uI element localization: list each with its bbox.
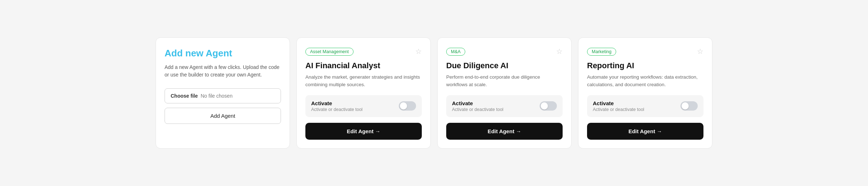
agent-card-title-financial-analyst: AI Financial Analyst <box>305 61 422 71</box>
add-agent-card: Add new Agent Add a new Agent with a few… <box>156 37 290 148</box>
toggle-thumb-due-diligence <box>541 102 548 110</box>
add-agent-title: Add new Agent <box>165 48 281 59</box>
activate-box-financial-analyst: Activate Activate or deactivate tool <box>305 95 422 117</box>
agent-card-desc-reporting-ai: Automate your reporting workflows: data … <box>587 74 703 89</box>
activate-text-block-due-diligence: Activate Activate or deactivate tool <box>452 100 503 112</box>
activate-toggle-financial-analyst[interactable] <box>399 101 416 111</box>
activate-box-due-diligence: Activate Activate or deactivate tool <box>446 95 563 117</box>
agent-card-due-diligence: M&A ☆ Due Diligence AI Perform end-to-en… <box>437 37 572 148</box>
star-icon-due-diligence[interactable]: ☆ <box>556 48 563 55</box>
activate-sub-due-diligence: Activate or deactivate tool <box>452 107 503 112</box>
activate-text-block-reporting-ai: Activate Activate or deactivate tool <box>593 100 644 112</box>
activate-sub-reporting-ai: Activate or deactivate tool <box>593 107 644 112</box>
category-badge-reporting-ai: Marketing <box>587 48 616 56</box>
star-icon-reporting-ai[interactable]: ☆ <box>697 48 703 55</box>
edit-agent-button-due-diligence[interactable]: Edit Agent → <box>446 123 563 140</box>
activate-box-reporting-ai: Activate Activate or deactivate tool <box>587 95 703 117</box>
category-badge-financial-analyst: Asset Management <box>305 48 354 56</box>
activate-label-due-diligence: Activate <box>452 100 503 106</box>
no-file-label: No file chosen <box>200 93 232 99</box>
toggle-track-financial-analyst <box>399 101 416 111</box>
agent-card-reporting-ai: Marketing ☆ Reporting AI Automate your r… <box>578 37 712 148</box>
activate-toggle-reporting-ai[interactable] <box>680 101 698 111</box>
activate-label-financial-analyst: Activate <box>311 100 363 106</box>
toggle-thumb-reporting-ai <box>682 102 689 110</box>
choose-file-label: Choose file <box>171 93 198 99</box>
agent-card-desc-financial-analyst: Analyze the market, generater strategies… <box>305 74 422 89</box>
activate-toggle-due-diligence[interactable] <box>540 101 557 111</box>
file-input-button[interactable]: Choose file No file chosen <box>165 88 281 103</box>
edit-agent-button-financial-analyst[interactable]: Edit Agent → <box>305 123 422 140</box>
toggle-track-due-diligence <box>540 101 557 111</box>
agent-card-desc-due-diligence: Perform end-to-end corporate due diligen… <box>446 74 563 89</box>
activate-sub-financial-analyst: Activate or deactivate tool <box>311 107 363 112</box>
category-badge-due-diligence: M&A <box>446 48 465 56</box>
agent-card-financial-analyst: Asset Management ☆ AI Financial Analyst … <box>296 37 431 148</box>
add-agent-description: Add a new Agent with a few clicks. Uploa… <box>165 64 281 79</box>
agent-card-header: M&A ☆ <box>446 48 563 56</box>
toggle-track-reporting-ai <box>680 101 698 111</box>
agent-card-header: Marketing ☆ <box>587 48 703 56</box>
star-icon-financial-analyst[interactable]: ☆ <box>415 48 422 55</box>
agent-card-header: Asset Management ☆ <box>305 48 422 56</box>
activate-text-block-financial-analyst: Activate Activate or deactivate tool <box>311 100 363 112</box>
add-agent-button[interactable]: Add Agent <box>165 108 281 124</box>
toggle-thumb-financial-analyst <box>400 102 407 110</box>
agent-card-title-due-diligence: Due Diligence AI <box>446 61 563 71</box>
cards-container: Add new Agent Add a new Agent with a few… <box>156 37 712 148</box>
agent-card-title-reporting-ai: Reporting AI <box>587 61 703 71</box>
activate-label-reporting-ai: Activate <box>593 100 644 106</box>
edit-agent-button-reporting-ai[interactable]: Edit Agent → <box>587 123 703 140</box>
